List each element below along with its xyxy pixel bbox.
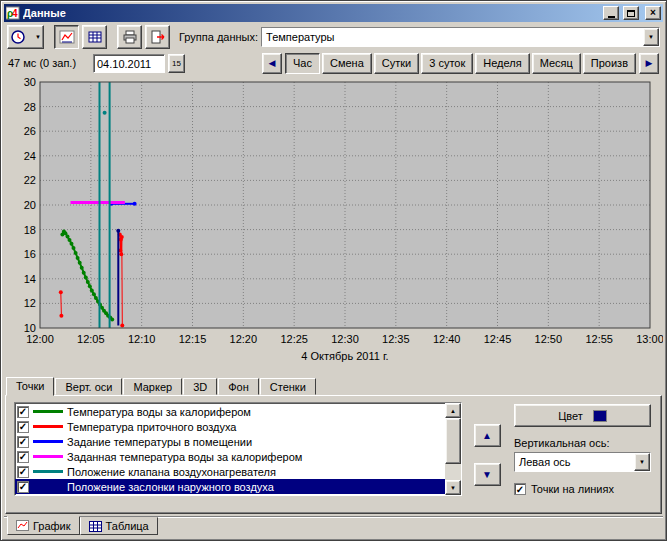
chart-canvas[interactable]: 101214161820222426283012:0012:0512:1012:… bbox=[4, 76, 663, 372]
range-button-2[interactable]: Сутки bbox=[374, 53, 419, 74]
arrow-right-icon: ▶ bbox=[646, 58, 653, 68]
close-button[interactable]: × bbox=[645, 6, 661, 20]
svg-text:12:40: 12:40 bbox=[433, 333, 461, 345]
range-button-4[interactable]: Неделя bbox=[475, 53, 529, 74]
chevron-down-icon: ▼ bbox=[648, 34, 654, 40]
reorder-controls: ▲ ▼ bbox=[472, 402, 502, 507]
settings-tab-4[interactable]: Фон bbox=[218, 378, 259, 395]
minimize-button[interactable] bbox=[603, 6, 619, 20]
axis-combobox[interactable]: Левая ось ▼ bbox=[514, 452, 651, 472]
range-button-6[interactable]: Произв bbox=[583, 53, 636, 74]
series-checkbox[interactable]: ✓ bbox=[17, 481, 29, 493]
arrow-up-icon: ▲ bbox=[482, 430, 492, 441]
points-on-lines-label: Точки на линиях bbox=[531, 483, 614, 495]
settings-tab-0[interactable]: Точки bbox=[6, 377, 54, 396]
minimize-icon bbox=[608, 16, 615, 18]
series-color-swatch bbox=[33, 440, 63, 443]
svg-text:24: 24 bbox=[24, 150, 36, 162]
export-icon bbox=[150, 29, 166, 45]
group-label: Группа данных: bbox=[179, 31, 258, 43]
series-checkbox[interactable]: ✓ bbox=[17, 466, 29, 478]
series-row-4[interactable]: ✓Положение клапана воздухонагревателя bbox=[15, 464, 445, 479]
tab-tablitsa[interactable]: Таблица bbox=[80, 517, 158, 535]
title-bar[interactable]: ρ4 Данные × bbox=[4, 4, 663, 22]
chevron-down-icon[interactable]: ▼ bbox=[35, 34, 41, 40]
chevron-down-icon: ▼ bbox=[639, 459, 645, 465]
svg-text:12:00: 12:00 bbox=[26, 333, 54, 345]
series-checkbox[interactable]: ✓ bbox=[17, 406, 29, 418]
chart-area: 101214161820222426283012:0012:0512:1012:… bbox=[4, 76, 663, 376]
chart-icon bbox=[59, 29, 75, 45]
series-row-2[interactable]: ✓Задание температуры в помещении bbox=[15, 434, 445, 449]
series-row-1[interactable]: ✓Температура приточного воздуха bbox=[15, 419, 445, 434]
scrollbar-thumb[interactable] bbox=[445, 418, 461, 464]
app-window: ρ4 Данные × ▼ Группа данных: Температуры… bbox=[0, 0, 667, 541]
table-view-button[interactable] bbox=[82, 25, 107, 49]
list-scrollbar[interactable]: ▲ ▼ bbox=[445, 403, 461, 495]
color-button-label: Цвет bbox=[558, 410, 583, 422]
settings-tab-3[interactable]: 3D bbox=[183, 378, 217, 395]
move-series-down-button[interactable]: ▼ bbox=[474, 463, 501, 486]
checkbox-icon: ✓ bbox=[514, 483, 526, 495]
svg-text:12:15: 12:15 bbox=[179, 333, 207, 345]
svg-text:26: 26 bbox=[24, 125, 36, 137]
series-checkbox[interactable]: ✓ bbox=[17, 436, 29, 448]
query-status: 47 мс (0 зап.) bbox=[8, 57, 90, 69]
svg-text:4 Октябрь 2011 г.: 4 Октябрь 2011 г. bbox=[301, 350, 388, 362]
group-value: Температуры bbox=[262, 28, 643, 46]
tab-grafik[interactable]: График bbox=[7, 516, 80, 535]
vertical-axis-label: Вертикальная ось: bbox=[514, 437, 651, 449]
view-tabs: График Таблица bbox=[4, 516, 663, 537]
series-row-0[interactable]: ✓Температура воды за калорифером bbox=[15, 404, 445, 419]
settings-tab-1[interactable]: Верт. оси bbox=[55, 378, 122, 395]
move-series-up-button[interactable]: ▲ bbox=[474, 424, 501, 447]
print-button[interactable] bbox=[117, 25, 142, 49]
scrollbar-track[interactable] bbox=[445, 418, 461, 480]
svg-text:22: 22 bbox=[24, 174, 36, 186]
points-on-lines-checkbox[interactable]: ✓ Точки на линиях bbox=[514, 483, 651, 495]
range-button-0[interactable]: Час bbox=[285, 53, 320, 74]
series-checkbox[interactable]: ✓ bbox=[17, 421, 29, 433]
arrow-down-icon: ▼ bbox=[482, 469, 492, 480]
color-button[interactable]: Цвет bbox=[514, 404, 651, 427]
date-field[interactable]: 04.10.2011 bbox=[93, 54, 165, 73]
settings-tab-5[interactable]: Стенки bbox=[260, 378, 316, 395]
printer-icon bbox=[122, 29, 138, 45]
window-title: Данные bbox=[23, 7, 599, 19]
svg-text:12: 12 bbox=[24, 297, 36, 309]
svg-text:12:45: 12:45 bbox=[484, 333, 512, 345]
main-toolbar: ▼ Группа данных: Температуры ▼ bbox=[4, 22, 663, 52]
range-button-1[interactable]: Смена bbox=[322, 53, 372, 74]
prev-period-button[interactable]: ◀ bbox=[262, 53, 282, 74]
group-dropdown-button[interactable]: ▼ bbox=[643, 28, 659, 46]
series-label: Положение клапана воздухонагревателя bbox=[67, 466, 276, 478]
svg-text:12:25: 12:25 bbox=[280, 333, 308, 345]
settings-tab-2[interactable]: Маркер bbox=[123, 378, 182, 395]
svg-text:16: 16 bbox=[24, 248, 36, 260]
series-label: Положение заслонки наружного воздуха bbox=[67, 481, 274, 493]
svg-text:4: 4 bbox=[12, 8, 18, 19]
chart-view-button[interactable] bbox=[54, 25, 79, 49]
series-row-5[interactable]: ✓Положение заслонки наружного воздуха bbox=[15, 479, 445, 494]
tab-label: График bbox=[33, 520, 71, 532]
scroll-up-button[interactable]: ▲ bbox=[445, 403, 461, 418]
range-button-5[interactable]: Месяц bbox=[532, 53, 581, 74]
table-icon bbox=[89, 521, 102, 532]
series-label: Температура приточного воздуха bbox=[67, 421, 237, 433]
series-checkbox[interactable]: ✓ bbox=[17, 451, 29, 463]
next-period-button[interactable]: ▶ bbox=[639, 53, 659, 74]
series-row-3[interactable]: ✓Заданная температура воды за калориферо… bbox=[15, 449, 445, 464]
svg-text:18: 18 bbox=[24, 224, 36, 236]
scroll-down-button[interactable]: ▼ bbox=[445, 480, 461, 495]
group-combobox[interactable]: Температуры ▼ bbox=[261, 27, 660, 47]
time-settings-button[interactable]: ▼ bbox=[7, 25, 44, 49]
arrow-left-icon: ◀ bbox=[269, 58, 276, 68]
series-list: ✓Температура воды за калорифером✓Темпера… bbox=[15, 403, 445, 495]
axis-dropdown-button[interactable]: ▼ bbox=[634, 453, 650, 471]
maximize-icon bbox=[627, 10, 635, 17]
range-button-3[interactable]: 3 суток bbox=[421, 53, 473, 74]
maximize-button[interactable] bbox=[623, 6, 639, 20]
export-button[interactable] bbox=[145, 25, 170, 49]
svg-text:12:50: 12:50 bbox=[535, 333, 563, 345]
calendar-button[interactable]: 15 bbox=[168, 54, 185, 73]
